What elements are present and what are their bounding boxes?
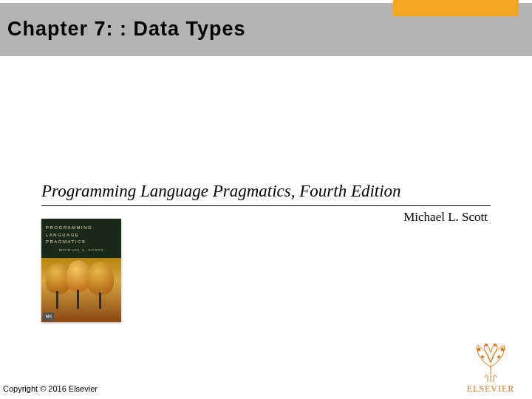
copyright-text: Copyright © 2016 Elsevier: [3, 384, 98, 393]
publisher-badge: MK: [43, 313, 55, 321]
svg-point-1: [501, 348, 504, 351]
svg-point-4: [482, 356, 484, 358]
elsevier-logo: ELSEVIER: [463, 342, 519, 395]
svg-point-2: [485, 344, 488, 347]
svg-point-3: [494, 344, 497, 347]
book-cover-thumbnail: PROGRAMMING LANGUAGE PRAGMATICS MICHAEL …: [41, 219, 121, 322]
cover-author: MICHAEL L. SCOTT: [41, 248, 121, 252]
author-name: Michael L. Scott: [403, 210, 488, 225]
elsevier-label: ELSEVIER: [463, 383, 519, 395]
cover-title-line1: PROGRAMMING: [46, 225, 92, 232]
book-title: Programming Language Pragmatics, Fourth …: [41, 182, 401, 201]
cover-art-trees: [49, 265, 114, 309]
accent-block: [393, 0, 519, 16]
elsevier-tree-icon: [471, 342, 510, 382]
svg-point-0: [477, 348, 480, 351]
cover-title: PROGRAMMING LANGUAGE PRAGMATICS: [46, 225, 92, 246]
divider: [41, 205, 491, 206]
cover-title-line2: LANGUAGE: [46, 232, 92, 239]
chapter-title: Chapter 7: : Data Types: [7, 18, 246, 41]
svg-point-5: [498, 356, 500, 358]
cover-title-line3: PRAGMATICS: [46, 239, 92, 246]
